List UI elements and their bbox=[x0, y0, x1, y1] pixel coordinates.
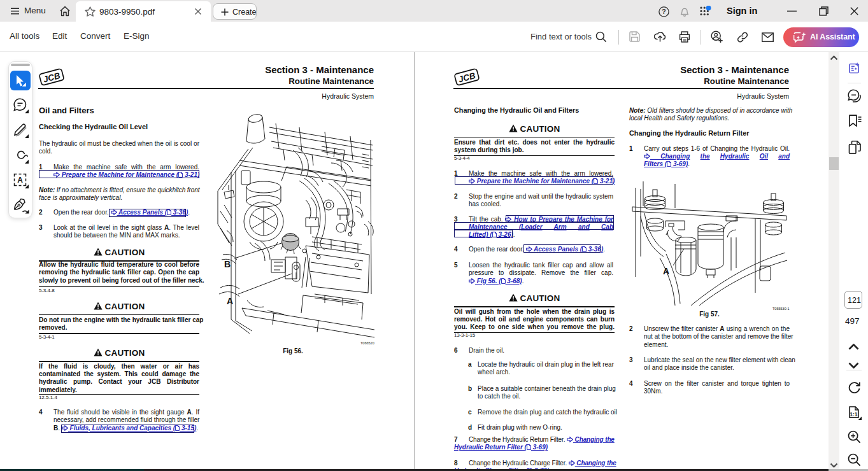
svg-text:?: ? bbox=[662, 8, 665, 15]
svg-text:B: B bbox=[224, 259, 231, 269]
svg-text:1:1: 1:1 bbox=[850, 411, 858, 418]
svg-text:A: A bbox=[663, 266, 669, 276]
svg-text:A: A bbox=[17, 176, 23, 185]
svg-text:A: A bbox=[227, 296, 233, 306]
